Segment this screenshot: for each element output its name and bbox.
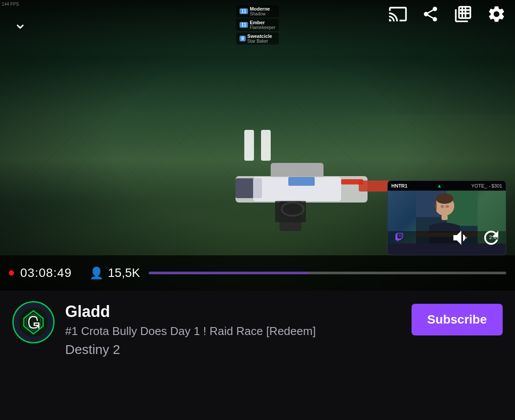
svg-rect-5 (271, 163, 324, 178)
gladd-logo-svg (18, 307, 49, 338)
weapon-svg (191, 132, 412, 255)
svg-rect-23 (434, 202, 437, 210)
fps-counter: 144 FPS (2, 2, 19, 7)
cast-icon (388, 4, 408, 24)
game-name[interactable]: Destiny 2 (65, 342, 401, 357)
refresh-button[interactable] (481, 227, 502, 250)
svg-rect-13 (288, 177, 315, 186)
share-icon (422, 4, 439, 24)
player-subname-3: Star Baker (247, 39, 272, 44)
player-subname-1: Shadow (250, 11, 270, 16)
clip-icon (453, 4, 473, 24)
progress-bar-background[interactable] (149, 272, 506, 274)
player-name-2: Ember (250, 20, 275, 25)
volume-refresh-controls[interactable] (451, 227, 502, 250)
svg-rect-0 (461, 6, 463, 18)
viewers-section: 👤 15,5K (89, 266, 140, 280)
player-badge-1: 11 Moderne Shadow (236, 5, 279, 17)
pip-header: HNTR1 ▲ YOTE_ - $301 (388, 181, 506, 191)
controls-bar: 03:08:49 👤 15,5K (0, 255, 515, 291)
volume-button[interactable] (451, 227, 472, 250)
live-indicator (9, 270, 14, 276)
subscribe-button[interactable]: Subscribe (412, 304, 503, 335)
player-level-1: 11 (239, 8, 248, 14)
channel-name[interactable]: Gladd (65, 303, 401, 321)
progress-section[interactable] (149, 272, 506, 274)
svg-point-26 (19, 308, 48, 337)
stream-title: #1 Crota Bully Does Day 1 ! Raid Race [R… (65, 324, 401, 339)
volume-icon (451, 227, 472, 248)
svg-point-21 (445, 205, 449, 208)
channel-avatar[interactable] (12, 301, 55, 343)
svg-rect-2 (460, 9, 470, 11)
top-right-controls (388, 4, 506, 26)
player-subname-2: Flamekeeper (250, 25, 275, 30)
player-level-3: 9 (239, 36, 246, 41)
cast-button[interactable] (388, 4, 408, 26)
progress-bar-fill (149, 272, 309, 274)
player-name-3: Sweatcicle (247, 33, 272, 39)
pip-streamer-name: HNTR1 (391, 183, 408, 188)
player-level-2: 11 (239, 22, 248, 28)
pip-event: YOTE_ - $301 (471, 183, 502, 188)
svg-point-20 (441, 205, 444, 208)
timestamp-display: 03:08:49 (20, 266, 72, 280)
svg-rect-3 (460, 12, 470, 14)
svg-rect-18 (441, 215, 448, 220)
channel-info-section: Gladd #1 Crota Bully Does Day 1 ! Raid R… (0, 291, 515, 420)
svg-rect-11 (341, 179, 363, 184)
share-button[interactable] (422, 4, 439, 26)
players-hud: 11 Moderne Shadow 11 Ember Flamekeeper 9… (236, 5, 279, 44)
settings-button[interactable] (487, 4, 506, 26)
svg-rect-1 (465, 6, 467, 18)
viewers-icon: 👤 (89, 266, 103, 280)
player-badge-2: 11 Ember Flamekeeper (236, 19, 279, 31)
weapon-overlay (191, 132, 412, 255)
player-name-1: Moderne (250, 6, 270, 11)
video-player[interactable]: 144 FPS ⌄ (0, 0, 515, 291)
settings-icon (487, 4, 506, 24)
svg-point-19 (436, 193, 453, 204)
pip-twitch-icon (395, 233, 404, 242)
pip-triangle-icon: ▲ (437, 183, 442, 189)
svg-point-25 (466, 237, 467, 239)
svg-rect-9 (275, 200, 306, 222)
channel-text-info: Gladd #1 Crota Bully Does Day 1 ! Raid R… (65, 301, 401, 357)
clip-button[interactable] (453, 4, 473, 26)
refresh-icon (481, 227, 502, 248)
player-badge-3: 9 Sweatcicle Star Baker (236, 33, 279, 44)
viewers-count: 15,5K (108, 266, 140, 280)
minimize-icon[interactable]: ⌄ (13, 13, 27, 33)
